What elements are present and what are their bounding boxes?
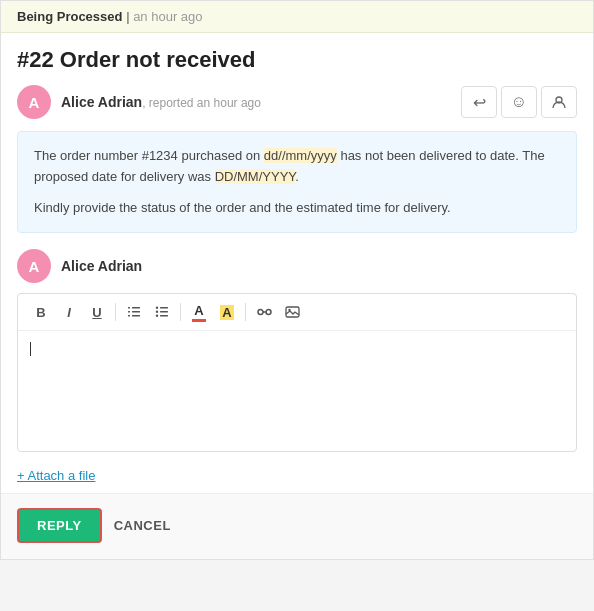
reporter-info: A Alice Adrian, reported an hour ago bbox=[17, 85, 261, 119]
attach-link[interactable]: + Attach a file bbox=[17, 462, 577, 493]
cancel-button[interactable]: CANCEL bbox=[114, 518, 171, 533]
status-bar: Being Processed | an hour ago bbox=[1, 1, 593, 33]
reply-user-row: A Alice Adrian bbox=[17, 249, 577, 283]
svg-point-12 bbox=[156, 315, 158, 317]
reply-action-button[interactable]: ↩ bbox=[461, 86, 497, 118]
toolbar-separator-2 bbox=[180, 303, 181, 321]
toolbar-separator-1 bbox=[115, 303, 116, 321]
emoji-action-button[interactable]: ☺ bbox=[501, 86, 537, 118]
ticket-title: #22 Order not received bbox=[17, 47, 577, 73]
attach-file-link[interactable]: + Attach a file bbox=[17, 462, 95, 493]
svg-rect-9 bbox=[160, 315, 168, 317]
svg-rect-7 bbox=[160, 307, 168, 309]
editor-area[interactable] bbox=[18, 331, 576, 451]
reply-avatar: A bbox=[17, 249, 51, 283]
font-color-button[interactable]: A bbox=[186, 300, 212, 324]
editor-wrapper: B I U A A bbox=[17, 293, 577, 452]
reply-button[interactable]: REPLY bbox=[17, 508, 102, 543]
image-button[interactable] bbox=[279, 300, 305, 324]
unordered-list-button[interactable] bbox=[149, 300, 175, 324]
assign-action-button[interactable] bbox=[541, 86, 577, 118]
font-bg-button[interactable]: A bbox=[214, 300, 240, 324]
message-body: The order number #1234 purchased on dd//… bbox=[17, 131, 577, 233]
reporter-row: A Alice Adrian, reported an hour ago ↩ ☺ bbox=[17, 85, 577, 119]
svg-rect-6 bbox=[128, 315, 130, 317]
svg-rect-1 bbox=[132, 307, 140, 309]
toolbar-separator-3 bbox=[245, 303, 246, 321]
bold-button[interactable]: B bbox=[28, 300, 54, 324]
reply-user-name: Alice Adrian bbox=[61, 258, 142, 274]
reply-section: A Alice Adrian B I U A bbox=[1, 249, 593, 493]
svg-rect-8 bbox=[160, 311, 168, 313]
status-time: an hour ago bbox=[133, 9, 202, 24]
status-label: Being Processed bbox=[17, 9, 123, 24]
text-cursor bbox=[30, 342, 31, 356]
svg-point-11 bbox=[156, 311, 158, 313]
italic-button[interactable]: I bbox=[56, 300, 82, 324]
svg-rect-13 bbox=[258, 310, 263, 315]
svg-rect-3 bbox=[132, 315, 140, 317]
svg-point-10 bbox=[156, 307, 158, 309]
link-button[interactable] bbox=[251, 300, 277, 324]
editor-toolbar: B I U A A bbox=[18, 294, 576, 331]
reporter-meta: , reported an hour ago bbox=[142, 96, 261, 110]
action-buttons: ↩ ☺ bbox=[461, 86, 577, 118]
bottom-actions: REPLY CANCEL bbox=[1, 493, 593, 559]
svg-rect-2 bbox=[132, 311, 140, 313]
message-paragraph-2: Kindly provide the status of the order a… bbox=[34, 198, 560, 219]
svg-rect-4 bbox=[128, 307, 130, 309]
message-paragraph-1: The order number #1234 purchased on dd//… bbox=[34, 146, 560, 188]
avatar: A bbox=[17, 85, 51, 119]
svg-rect-14 bbox=[266, 310, 271, 315]
reporter-name: Alice Adrian bbox=[61, 94, 142, 110]
svg-rect-5 bbox=[128, 311, 130, 313]
underline-button[interactable]: U bbox=[84, 300, 110, 324]
ordered-list-button[interactable] bbox=[121, 300, 147, 324]
